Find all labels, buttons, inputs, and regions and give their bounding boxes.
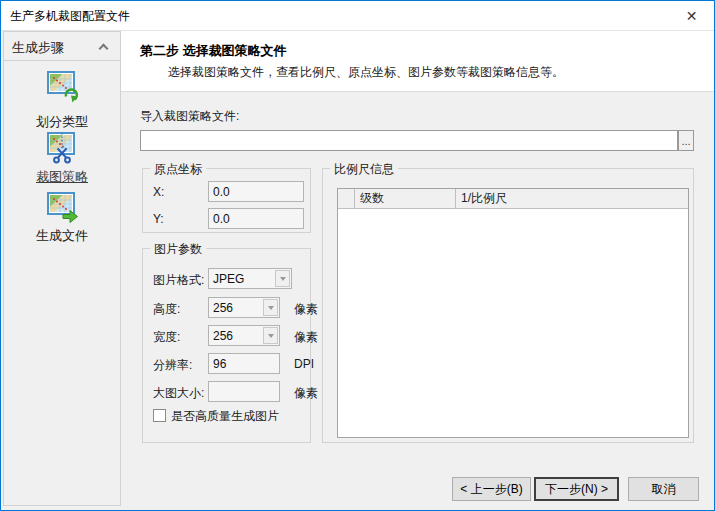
sidebar-item-crop-strategy[interactable]: 裁图策略 bbox=[4, 168, 120, 186]
format-dropdown[interactable]: JPEG bbox=[208, 268, 292, 289]
dpi-label: 分辨率: bbox=[153, 357, 192, 374]
level-column-header: 级数 bbox=[355, 189, 456, 208]
origin-groupbox: 原点坐标 X: Y: bbox=[142, 168, 311, 233]
height-dropdown[interactable]: 256 bbox=[208, 297, 280, 318]
dialog-window: 生产多机裁图配置文件 ✕ 生成步骤 划分类型 裁图策略 生成文件 第 bbox=[0, 0, 715, 511]
format-value: JPEG bbox=[209, 272, 274, 286]
import-file-input[interactable] bbox=[140, 130, 678, 151]
dpi-field[interactable] bbox=[208, 353, 280, 374]
image-params-group-title: 图片参数 bbox=[150, 241, 206, 258]
scale-info-groupbox: 比例尺信息 级数 1/比例尺 bbox=[322, 168, 694, 443]
step-subtitle: 选择裁图策略文件，查看比例尺、原点坐标、图片参数等裁图策略信息等。 bbox=[168, 64, 564, 81]
import-file-label: 导入裁图策略文件: bbox=[140, 108, 239, 125]
big-size-unit: 像素 bbox=[294, 385, 318, 402]
back-button[interactable]: < 上一步(B) bbox=[452, 477, 531, 501]
close-icon[interactable]: ✕ bbox=[669, 1, 714, 30]
map-refresh-icon[interactable] bbox=[45, 70, 81, 104]
step-title: 第二步 选择裁图策略文件 bbox=[140, 42, 287, 60]
width-value: 256 bbox=[209, 329, 262, 343]
origin-x-label: X: bbox=[153, 185, 164, 199]
width-unit: 像素 bbox=[294, 329, 318, 346]
wizard-header: 第二步 选择裁图策略文件 选择裁图策略文件，查看比例尺、原点坐标、图片参数等裁图… bbox=[121, 31, 714, 92]
row-selector-column-header bbox=[338, 189, 355, 208]
browse-button[interactable]: ... bbox=[678, 130, 694, 151]
scale-table-header: 级数 1/比例尺 bbox=[338, 189, 688, 209]
map-scissors-icon[interactable] bbox=[45, 131, 81, 165]
chevron-down-icon[interactable] bbox=[263, 327, 278, 344]
scale-table[interactable]: 级数 1/比例尺 bbox=[337, 188, 689, 438]
sidebar-item-divide-type[interactable]: 划分类型 bbox=[4, 113, 120, 131]
dpi-unit: DPI bbox=[294, 357, 314, 371]
height-unit: 像素 bbox=[294, 301, 318, 318]
origin-group-title: 原点坐标 bbox=[150, 161, 206, 178]
height-label: 高度: bbox=[153, 301, 180, 318]
quality-checkbox-label: 是否高质量生成图片 bbox=[171, 408, 279, 425]
scale-info-group-title: 比例尺信息 bbox=[330, 161, 398, 178]
scale-column-header: 1/比例尺 bbox=[456, 189, 688, 208]
width-label: 宽度: bbox=[153, 329, 180, 346]
next-button[interactable]: 下一步(N) > bbox=[534, 477, 619, 501]
scale-table-body[interactable] bbox=[338, 209, 688, 437]
chevron-up-icon[interactable] bbox=[99, 44, 109, 54]
chevron-down-icon[interactable] bbox=[275, 270, 290, 287]
chevron-down-icon[interactable] bbox=[263, 299, 278, 316]
origin-y-field[interactable] bbox=[208, 208, 304, 229]
quality-checkbox[interactable] bbox=[153, 409, 166, 422]
map-export-icon[interactable] bbox=[45, 191, 81, 225]
origin-y-label: Y: bbox=[153, 212, 164, 226]
sidebar-header[interactable]: 生成步骤 bbox=[4, 32, 120, 61]
big-size-label: 大图大小: bbox=[153, 385, 204, 402]
width-dropdown[interactable]: 256 bbox=[208, 325, 280, 346]
big-size-field[interactable] bbox=[208, 381, 280, 402]
cancel-button[interactable]: 取消 bbox=[628, 477, 699, 501]
height-value: 256 bbox=[209, 301, 262, 315]
sidebar-item-generate-file[interactable]: 生成文件 bbox=[4, 227, 120, 245]
image-params-groupbox: 图片参数 图片格式: JPEG 高度: 256 像素 宽度: 256 像素 分辨… bbox=[142, 248, 311, 443]
window-title: 生产多机裁图配置文件 bbox=[10, 8, 130, 25]
format-label: 图片格式: bbox=[153, 272, 204, 289]
origin-x-field[interactable] bbox=[208, 181, 304, 202]
steps-sidebar: 生成步骤 划分类型 裁图策略 生成文件 bbox=[3, 31, 121, 506]
title-bar: 生产多机裁图配置文件 ✕ bbox=[1, 1, 714, 31]
sidebar-title: 生成步骤 bbox=[12, 39, 64, 57]
